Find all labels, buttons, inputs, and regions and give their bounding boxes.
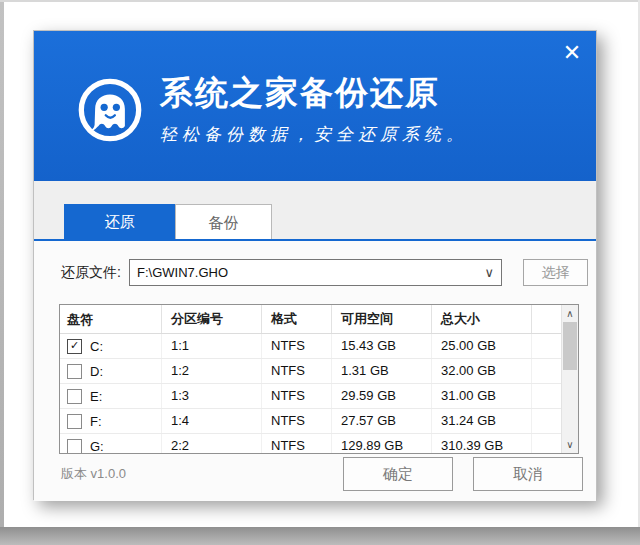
free-space-cell: 1.31 GB — [332, 359, 432, 383]
partition-cell: 2:2 — [162, 434, 262, 454]
format-cell: NTFS — [262, 409, 332, 433]
partition-cell: 1:1 — [162, 334, 262, 358]
partition-cell: 1:2 — [162, 359, 262, 383]
free-space-cell: 129.89 GB — [332, 434, 432, 454]
partition-cell: 1:3 — [162, 384, 262, 408]
table-row[interactable]: G: 2:2 NTFS 129.89 GB 310.39 GB — [60, 434, 578, 454]
app-title: 系统之家备份还原 — [160, 75, 468, 111]
chevron-down-icon[interactable]: ∨ — [484, 260, 494, 285]
ghost-logo-icon — [76, 76, 144, 144]
drive-checkbox[interactable]: ✓ — [67, 339, 82, 354]
scrollbar-thumb[interactable] — [563, 322, 577, 370]
total-size-cell: 310.39 GB — [432, 434, 532, 454]
tab-restore[interactable]: 还原 — [64, 204, 175, 239]
page-edge-top — [0, 0, 640, 2]
drive-label: F: — [90, 410, 102, 433]
tab-backup[interactable]: 备份 — [175, 204, 272, 239]
free-space-cell: 15.43 GB — [332, 334, 432, 358]
app-subtitle: 轻松备份数据，安全还原系统。 — [160, 123, 468, 146]
title-block: 系统之家备份还原 轻松备份数据，安全还原系统。 — [160, 75, 468, 146]
column-header-format[interactable]: 格式 — [262, 305, 332, 333]
ok-button[interactable]: 确定 — [343, 457, 453, 491]
format-cell: NTFS — [262, 384, 332, 408]
column-header-free-space[interactable]: 可用空间 — [332, 305, 432, 333]
drive-checkbox[interactable] — [67, 439, 82, 454]
restore-file-label: 还原文件: — [61, 264, 121, 282]
total-size-cell: 32.00 GB — [432, 359, 532, 383]
tabstrip: 还原 备份 — [34, 181, 596, 239]
partition-cell: 1:4 — [162, 409, 262, 433]
column-header-drive[interactable]: 盘符 — [60, 305, 162, 333]
format-cell: NTFS — [262, 434, 332, 454]
drive-label: D: — [90, 360, 103, 383]
free-space-cell: 29.59 GB — [332, 384, 432, 408]
select-file-button[interactable]: 选择 — [523, 259, 588, 286]
table-row[interactable]: F: 1:4 NTFS 27.57 GB 31.24 GB — [60, 409, 578, 434]
drive-checkbox[interactable] — [67, 414, 82, 429]
drive-checkbox[interactable] — [67, 364, 82, 379]
free-space-cell: 27.57 GB — [332, 409, 432, 433]
page-bottom-band — [0, 527, 640, 545]
drive-label: C: — [90, 335, 103, 358]
close-icon[interactable]: ✕ — [556, 37, 588, 69]
column-header-total-size[interactable]: 总大小 — [432, 305, 532, 333]
table-scrollbar[interactable]: ∧ ∨ — [561, 305, 578, 453]
scroll-up-icon[interactable]: ∧ — [562, 306, 578, 321]
total-size-cell: 31.24 GB — [432, 409, 532, 433]
format-cell: NTFS — [262, 334, 332, 358]
page-edge-left — [0, 0, 4, 545]
restore-file-combobox[interactable]: F:\GWIN7.GHO ∨ — [129, 259, 502, 286]
partition-table: 盘符 分区编号 格式 可用空间 总大小 ✓ C: 1:1 NTFS 15.43 … — [59, 304, 579, 454]
app-window: ✕ 系统之家备份还原 轻松备份数据，安全还原系统。 还原 备份 还原文件: F:… — [33, 30, 597, 500]
column-header-partition[interactable]: 分区编号 — [162, 305, 262, 333]
table-row[interactable]: E: 1:3 NTFS 29.59 GB 31.00 GB — [60, 384, 578, 409]
scroll-down-icon[interactable]: ∨ — [562, 437, 578, 452]
table-row[interactable]: ✓ C: 1:1 NTFS 15.43 GB 25.00 GB — [60, 334, 578, 359]
total-size-cell: 25.00 GB — [432, 334, 532, 358]
format-cell: NTFS — [262, 359, 332, 383]
drive-label: G: — [90, 435, 104, 455]
app-header: ✕ 系统之家备份还原 轻松备份数据，安全还原系统。 — [34, 31, 596, 181]
table-header: 盘符 分区编号 格式 可用空间 总大小 — [60, 305, 578, 334]
restore-file-value: F:\GWIN7.GHO — [137, 260, 228, 285]
table-row[interactable]: D: 1:2 NTFS 1.31 GB 32.00 GB — [60, 359, 578, 384]
drive-label: E: — [90, 385, 102, 408]
version-label: 版本 v1.0.0 — [61, 465, 126, 483]
table-body: ✓ C: 1:1 NTFS 15.43 GB 25.00 GB D: 1:2 N… — [60, 334, 578, 454]
drive-checkbox[interactable] — [67, 389, 82, 404]
cancel-button[interactable]: 取消 — [473, 457, 583, 491]
restore-panel: 还原文件: F:\GWIN7.GHO ∨ 选择 盘符 分区编号 格式 可用空间 … — [34, 241, 596, 501]
total-size-cell: 31.00 GB — [432, 384, 532, 408]
